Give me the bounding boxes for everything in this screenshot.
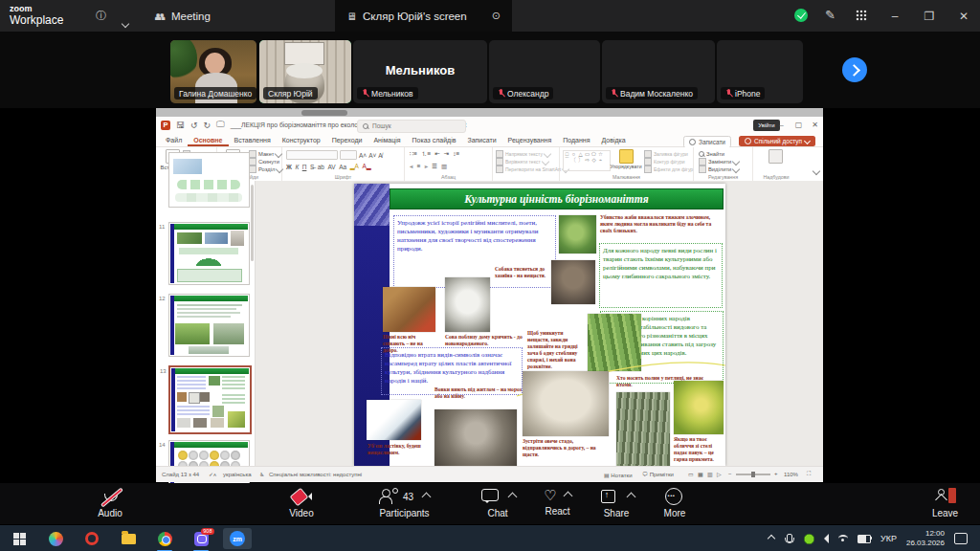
ppt-maximize-button[interactable]: ▢ [791,117,806,133]
leave-button[interactable]: Leave [919,488,971,518]
tab-record[interactable]: Записати [461,134,501,146]
tray-language-indicator[interactable]: УКР [880,534,897,543]
shapes-gallery[interactable]: □○△▭⬠☆ ⌒〔〕⇨◇⌁ [563,150,611,171]
shape-effects-button[interactable]: Ефекти для фігур [644,165,693,173]
notes-toggle[interactable]: ▤ Нотатки [604,472,633,478]
chat-button[interactable]: Chat [474,488,522,518]
status-slide-number[interactable]: Слайд 13 з 44 [162,472,199,477]
status-language[interactable]: українська [223,472,252,477]
text-direction-button[interactable]: Напрямок тексту [496,150,568,158]
slide-thumbnail-10[interactable] [168,152,250,208]
select-button[interactable]: Виділити [699,165,739,173]
security-shield-icon[interactable] [794,9,808,22]
participant-tile-sklyar-active-speaker[interactable]: Скляр Юрій [259,40,351,103]
view-reading-icon[interactable]: ▥ [707,471,713,477]
save-icon[interactable]: 🖫︎ [176,121,185,130]
numbering-button[interactable]: ⒈≡ [421,150,431,159]
ppt-close-button[interactable]: ✕ [808,117,822,133]
info-icon[interactable]: ⓘ [96,9,106,23]
participant-tile-oleksandr[interactable]: Олександр [489,40,600,103]
participant-tile-iphone[interactable]: iPhone [717,40,803,103]
tray-antivirus-icon[interactable] [804,534,814,544]
react-button[interactable]: ♡ React [531,488,584,517]
taskbar-zoom-active[interactable]: zm [223,528,252,549]
chat-options-chevron[interactable] [507,492,517,501]
participants-options-chevron[interactable] [422,492,432,501]
tray-clock[interactable]: 12:00 26.03.2026 [906,529,945,548]
layout-button[interactable]: Макет [249,150,282,158]
slide-thumbnail-12[interactable]: 12 [168,294,250,357]
participant-tile-melnykov[interactable]: Мельников Мельников [353,40,487,103]
align-right-button[interactable]: ⫸ [424,163,428,170]
share-options-chevron[interactable] [626,492,635,501]
tab-transitions[interactable]: Переходи [326,134,368,146]
clear-format-icon[interactable]: A̸ [378,152,382,159]
share-presentation-button[interactable]: Спільний доступ [739,136,815,146]
taskbar-opera[interactable] [78,528,106,549]
addins-button[interactable] [760,149,791,165]
char-spacing-button[interactable]: AV [327,164,335,170]
record-button[interactable]: Записати [683,136,731,148]
participant-tile-galina[interactable]: Галина Домашенко [170,40,256,103]
section-button[interactable]: Розділ [249,165,282,173]
tray-wifi-icon[interactable] [838,535,848,542]
italic-button[interactable]: К [295,164,299,170]
status-zoom-level[interactable]: 110% [784,472,798,477]
font-name-combobox[interactable] [286,150,338,160]
shape-outline-button[interactable]: Контур фігури [644,158,693,165]
redo-icon[interactable]: ↻ [204,121,212,130]
thumbnail-scrollbar[interactable] [251,185,254,261]
tab-design[interactable]: Конструктор [277,134,326,146]
accessibility-icon[interactable]: ♿︎ [259,471,264,477]
taskbar-file-explorer[interactable] [114,528,143,549]
tab-insert[interactable]: Вставлення [229,134,277,146]
hidden-icons-chevron[interactable] [768,535,775,542]
video-button[interactable]: Video [273,488,330,518]
align-left-button[interactable]: ⫷ [410,163,413,170]
tab-help[interactable]: Довідка [596,134,632,146]
bold-button[interactable]: Ж [286,164,292,170]
search-box[interactable]: Пошук [357,120,466,133]
underline-button[interactable]: П [302,164,307,170]
arrange-button[interactable]: Упорядкувати [611,149,641,170]
increase-indent-button[interactable]: ⇥ [444,150,449,159]
replace-button[interactable]: Замінити [699,158,739,165]
zoom-in-button[interactable]: + [774,471,778,476]
zoom-slider-handle[interactable] [751,472,755,477]
bullets-button[interactable]: ∷≡ [410,150,417,159]
more-button[interactable]: More [651,488,699,518]
react-options-chevron[interactable] [563,491,572,500]
audio-button[interactable]: Audio [81,488,139,518]
zoom-out-button[interactable]: − [728,471,732,476]
taskbar-chrome[interactable] [150,528,179,549]
close-button[interactable]: ✕ [949,0,978,32]
decrease-font-icon[interactable]: A˅ [368,152,376,159]
align-text-button[interactable]: Вирівняти текст [496,158,568,165]
maximize-button[interactable]: ❐ [915,0,944,32]
tray-mic-icon[interactable] [784,534,794,544]
undo-icon[interactable]: ↺ [190,121,198,130]
fit-to-window-icon[interactable]: ⛶ [807,471,811,477]
tab-home[interactable]: Основне [188,134,228,146]
comments-toggle[interactable]: 🗩︎ Примітки [642,472,674,477]
apps-grid-icon[interactable] [856,10,867,21]
font-color-button[interactable]: A▂ [362,163,370,170]
view-slideshow-icon[interactable]: ▷ [717,471,722,477]
tab-animations[interactable]: Анімація [368,134,406,146]
scrollbar-handle[interactable] [301,110,347,116]
highlight-color-button[interactable]: ▂A [350,163,359,170]
slide-thumbnail-11[interactable]: 11 [168,222,250,285]
spellcheck-icon[interactable]: ✓ᴀ [209,471,216,477]
taskbar-viber[interactable]: 908 [187,528,215,549]
ppt-minimize-button[interactable]: – [774,117,789,133]
share-button[interactable]: Share [589,488,644,518]
slide-thumbnail-13-selected[interactable]: 13 [168,365,252,434]
justify-button[interactable]: ☰ [432,163,437,170]
strikethrough-button[interactable]: S̶ [310,164,314,170]
tab-view[interactable]: Подання [557,134,595,146]
tab-file[interactable]: Файл [160,134,188,146]
text-shadow-button[interactable]: ab [318,164,324,170]
tab-review[interactable]: Рецензування [502,134,558,146]
taskbar-copilot[interactable] [41,528,70,549]
reset-button[interactable]: Скинути [249,158,282,165]
